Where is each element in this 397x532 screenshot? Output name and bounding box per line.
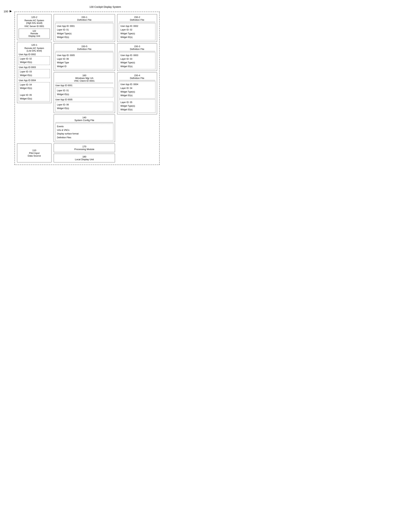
def-150-5-box: 150-5 Definition File User App ID: 0005 … [54,43,115,71]
wmgr-useapp-0001-header: User App ID 0001 [55,84,113,87]
def-150-5-label: Definition File [77,48,92,50]
def-150-4-box: 150-4 Definition File User App ID: 0004 … [117,72,157,114]
user-app-0003-section: User App ID 0003 Layer ID: 03Widget ID(s… [19,66,50,78]
remote-ac-high-id: 120-2 [19,16,50,19]
user-app-0002-header: User App ID 0002 [19,53,50,56]
local-display-title: Local Display Unit [55,158,113,161]
processing-module-box: 170 Processing Module [54,144,115,152]
cockpit-display-system: 120-2 Remote A/C System (High DAL levell… [14,12,160,165]
windows-mgr-vnc: VNC Client ID 0001 [74,80,94,82]
windows-mgr-id: 160 [82,74,86,77]
sysconfig-id: 140 [82,116,86,119]
def-150-1-id: 150-1 [81,16,87,19]
remote-ac-low-box: 120-1 Remote A/C System (Low DAL level) … [17,42,51,103]
def-150-3-id: 150-3 [134,45,140,48]
local-display-box: 180 Local Display Unit [54,154,115,163]
rdu-number: 122 [20,30,49,32]
remote-ac-high-title2: (High DAL levell) [19,22,50,24]
remote-ac-high-box: 120-2 Remote A/C System (High DAL levell… [17,14,51,40]
def-150-1-label: Definition File [77,19,92,21]
user-app-0003-inner: Layer ID: 03Widget ID(s) [19,69,50,78]
rdu-label2: Display Unit [20,35,49,37]
right-col-spacer [117,144,157,163]
remote-ac-low-title1: Remote A/C System [19,47,50,50]
remote-ac-high-title1: Remote A/C System [19,19,50,22]
def-150-2-id: 150-2 [134,16,140,19]
windows-mgr-title: 160 Windows Mgr UA VNC Client ID 0001 [55,74,113,83]
def-150-5-inner: User App ID: 0005 Layer ID: 06 Widget Ty… [55,52,113,69]
remote-ac-low-title2: (Low DAL level) [19,50,50,52]
pilot-input-id: 110 [19,149,50,152]
user-app-0004-header: User App ID 0004 [19,79,50,82]
processing-id: 170 [55,145,113,148]
wmgr-userapp-0001: Layer ID: 01 Widget ID(s) [55,88,113,97]
right-column: 150-2 Definition File User App ID: 0002 … [117,14,157,114]
def-150-3-inner: User App ID: 0003 Layer ID: 03 Widget Ty… [119,52,155,69]
pilot-input-title2: Data Source [19,154,50,157]
def-150-1-title: 150-1 Definition File [55,16,113,22]
processing-title: Processing Module [55,148,113,150]
wmgr-userapp-0005: Layer ID: 06 Widget ID(s) [55,102,113,111]
user-app-0003-header: User App ID 0003 [19,66,50,69]
remote-ac-high-id-text: 120-2 [31,16,37,19]
remote-ac-high-vnc: VNC Server ID 0001 [19,25,50,28]
rdu-label1: Remote [20,32,49,35]
def-150-3-title: 150-3 Definition File [119,45,155,51]
user-app-0002-inner: Layer ID: 02Widget ID(s) [19,56,50,65]
sysconfig-inner: Events UAs & VNCs Display surface format… [55,124,113,141]
def-150-4-inner-2: Layer ID: 05 Widget Type(s) Widget ID(s) [119,100,155,113]
def-150-2-label: Definition File [130,19,144,21]
sysconfig-title-text: System Config File [74,119,94,122]
def-150-1-box: 150-1 Definition File User App ID: 0001 … [54,14,115,42]
def-150-5-title: 150-5 Definition File [55,45,113,51]
system-number-label: 100 ► [4,9,12,13]
user-app-0004-section: User App ID 0004 Layer ID: 04Widget ID(s… [19,79,50,101]
def-150-3-label: Definition File [130,48,144,50]
center-column: 150-1 Definition File User App ID: 0001 … [54,14,115,142]
remote-ac-low-id-text: 120-1 [31,44,37,46]
pilot-input-section: 110 Pilot Input Data Source [17,144,51,163]
def-150-4-id: 150-4 [134,74,140,77]
local-display-id: 180 [55,155,113,158]
bottom-row: 110 Pilot Input Data Source 170 Processi… [17,144,157,163]
pilot-input-title1: Pilot Input [19,152,50,154]
sysconfig-title: 140 System Config File [55,116,113,122]
diagram-wrapper: 100 ► 130 Cockpit Display System 120-2 R… [4,4,160,165]
cockpit-label: 130 Cockpit Display System [14,6,160,8]
windows-mgr-box: 160 Windows Mgr UA VNC Client ID 0001 Us… [54,72,115,113]
windows-mgr-title1: Windows Mgr UA [75,77,93,80]
sysconfig-box: 140 System Config File Events UAs & VNCs… [54,114,115,142]
left-column: 120-2 Remote A/C System (High DAL levell… [17,14,51,103]
def-150-2-inner: User App ID: 0002 Layer ID: 02 Widget Ty… [119,23,155,40]
pilot-input-box: 110 Pilot Input Data Source [17,144,51,163]
def-150-4-inner-1: User App ID: 0004 Layer ID: 04 Widget Ty… [119,81,155,99]
def-150-3-box: 150-3 Definition File User App ID: 0003 … [117,43,157,71]
def-150-4-title: 150-4 Definition File [119,74,155,80]
title-area: 130 Cockpit Display System [14,6,160,11]
main-content-area: 120-2 Remote A/C System (High DAL levell… [17,14,157,142]
bottom-center-section: 170 Processing Module 180 Local Display … [54,144,115,163]
wmgr-userapp-0005-header: User App ID 0005 [55,98,113,101]
user-app-0004-inner: Layer ID: 04Widget ID(s) Layer ID: 05Wid… [19,82,50,101]
remote-ac-low-id: 120-1 [19,44,50,46]
system-number: 100 [4,10,8,13]
rdu-box: 122 Remote Display Unit [19,29,50,38]
def-150-2-title: 150-2 Definition File [119,16,155,22]
def-150-1-inner: User App ID: 0001 Layer ID: 01 Widget Ty… [55,23,113,40]
def-150-5-id: 150-5 [81,45,87,48]
user-app-0002-section: User App ID 0002 Layer ID: 02Widget ID(s… [19,53,50,65]
def-150-2-box: 150-2 Definition File User App ID: 0002 … [117,14,157,42]
